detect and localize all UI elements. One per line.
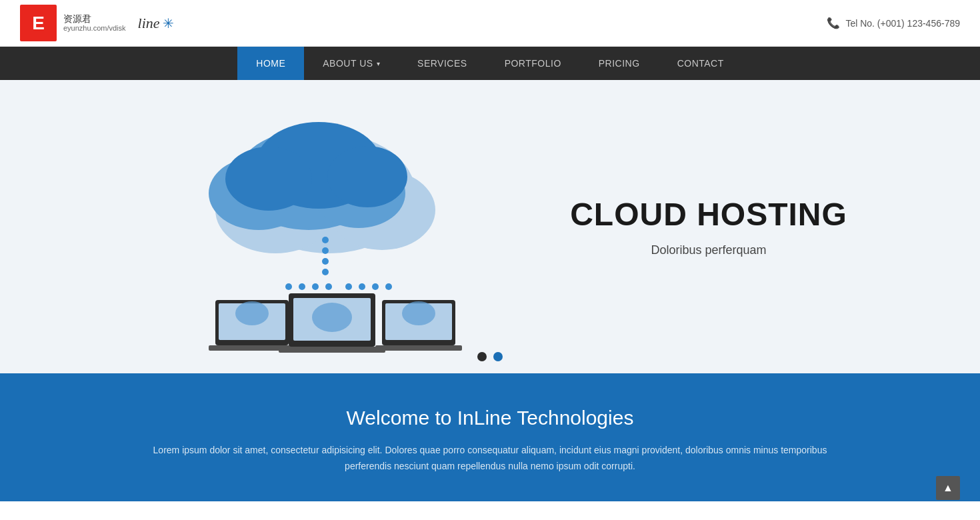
nav-home[interactable]: HOME xyxy=(237,47,304,80)
hero-section: CLOUD HOSTING Doloribus perferquam xyxy=(0,80,980,373)
welcome-title: Welcome to InLine Technologies xyxy=(27,407,953,429)
welcome-body: Lorem ipsum dolor sit amet, consectetur … xyxy=(130,443,850,475)
svg-point-10 xyxy=(299,283,305,290)
svg-point-9 xyxy=(285,283,292,290)
site-header: E 资源君 eyunzhu.com/vdisk line ✳ 📞 Tel No.… xyxy=(0,0,980,47)
svg-point-14 xyxy=(359,283,365,290)
phone-icon: 📞 xyxy=(827,17,840,29)
logo-icon: E xyxy=(20,5,57,41)
hero-subtitle: Doloribus perferquam xyxy=(554,243,863,257)
nav-portfolio[interactable]: PORTFOLIO xyxy=(486,47,580,80)
hero-text-block: CLOUD HOSTING Doloribus perferquam xyxy=(527,196,863,257)
svg-point-31 xyxy=(322,258,329,265)
svg-point-32 xyxy=(322,269,329,275)
chevron-down-icon: ▾ xyxy=(377,60,381,67)
svg-point-23 xyxy=(312,303,352,332)
logo-chinese: 资源君 xyxy=(63,13,126,25)
slider-dot-2[interactable] xyxy=(493,352,503,361)
nav-about[interactable]: ABOUT US ▾ xyxy=(304,47,399,80)
hero-image xyxy=(117,100,527,353)
star-icon: ✳ xyxy=(163,15,174,31)
svg-point-30 xyxy=(322,247,329,254)
svg-point-16 xyxy=(385,283,392,290)
logo-inline-text: line xyxy=(138,15,160,32)
svg-point-13 xyxy=(345,283,352,290)
cloud-svg xyxy=(155,107,489,353)
nav-pricing[interactable]: PRICING xyxy=(580,47,659,80)
svg-point-27 xyxy=(402,301,435,325)
slider-dot-1[interactable] xyxy=(477,352,487,361)
hero-title: CLOUD HOSTING xyxy=(554,196,863,233)
svg-point-7 xyxy=(225,147,312,211)
logo-text: 资源君 eyunzhu.com/vdisk xyxy=(63,13,126,33)
logo-area: E 资源君 eyunzhu.com/vdisk line ✳ xyxy=(20,5,174,41)
logo-url: eyunzhu.com/vdisk xyxy=(63,24,126,33)
tel-number: Tel No. (+001) 123-456-789 xyxy=(845,18,960,29)
slider-dots xyxy=(477,352,503,361)
svg-rect-28 xyxy=(375,345,462,351)
logo-inline: line ✳ xyxy=(138,15,174,32)
tel-area: 📞 Tel No. (+001) 123-456-789 xyxy=(827,17,960,29)
svg-point-11 xyxy=(312,283,319,290)
nav-contact[interactable]: CONTACT xyxy=(659,47,743,80)
hero-content: CLOUD HOSTING Doloribus perferquam xyxy=(90,100,890,353)
svg-rect-24 xyxy=(279,347,385,353)
scroll-top-button[interactable]: ▲ xyxy=(936,476,960,500)
nav-services[interactable]: SERVICES xyxy=(399,47,486,80)
main-navbar: HOME ABOUT US ▾ SERVICES PORTFOLIO PRICI… xyxy=(0,47,980,80)
welcome-section: Welcome to InLine Technologies Lorem ips… xyxy=(0,373,980,501)
svg-point-19 xyxy=(235,301,269,325)
svg-point-12 xyxy=(325,283,332,290)
svg-point-15 xyxy=(372,283,379,290)
svg-point-29 xyxy=(322,237,329,243)
svg-point-8 xyxy=(327,146,407,207)
